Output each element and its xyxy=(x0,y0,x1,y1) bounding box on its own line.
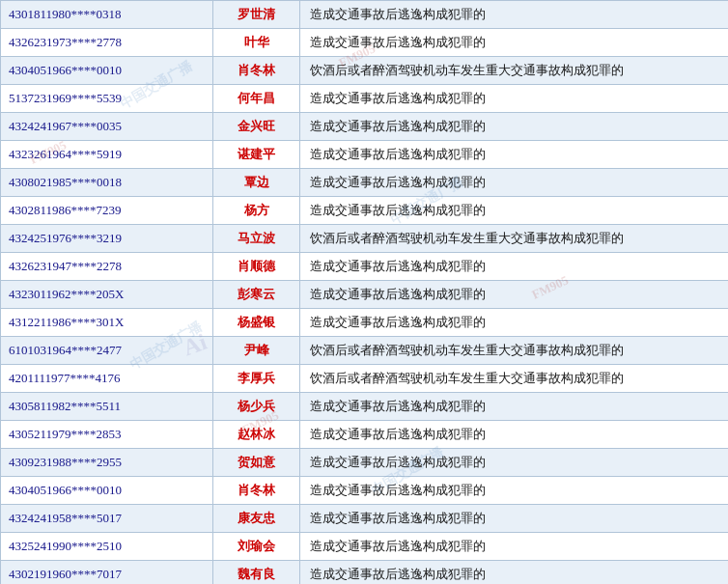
name-cell: 贺如意 xyxy=(213,449,300,477)
table-row: 4324241967****0035金兴旺造成交通事故后逃逸构成犯罪的 xyxy=(1,113,729,141)
reason-cell: 造成交通事故后逃逸构成犯罪的 xyxy=(300,197,729,225)
name-cell: 尹峰 xyxy=(213,337,300,365)
reason-cell: 造成交通事故后逃逸构成犯罪的 xyxy=(300,29,729,57)
id-cell: 4304051966****0010 xyxy=(1,477,213,505)
table-row: 4323261964****5919谌建平造成交通事故后逃逸构成犯罪的 xyxy=(1,141,729,169)
table-container: 4301811980****0318罗世清造成交通事故后逃逸构成犯罪的43262… xyxy=(0,0,728,584)
name-cell: 覃边 xyxy=(213,169,300,197)
name-cell: 彭寒云 xyxy=(213,281,300,309)
name-cell: 康友忠 xyxy=(213,505,300,533)
id-cell: 6101031964****2477 xyxy=(1,337,213,365)
name-cell: 叶华 xyxy=(213,29,300,57)
table-row: 4302811986****7239杨方造成交通事故后逃逸构成犯罪的 xyxy=(1,197,729,225)
table-row: 4326231947****2278肖顺德造成交通事故后逃逸构成犯罪的 xyxy=(1,253,729,281)
name-cell: 魏有良 xyxy=(213,561,300,585)
id-cell: 4323011962****205X xyxy=(1,281,213,309)
id-cell: 4302811986****7239 xyxy=(1,197,213,225)
reason-cell: 造成交通事故后逃逸构成犯罪的 xyxy=(300,393,729,421)
id-cell: 4312211986****301X xyxy=(1,309,213,337)
id-cell: 4305211979****2853 xyxy=(1,421,213,449)
id-cell: 4304051966****0010 xyxy=(1,57,213,85)
id-cell: 4324241958****5017 xyxy=(1,505,213,533)
table-row: 4201111977****4176李厚兵饮酒后或者醉酒驾驶机动车发生重大交通事… xyxy=(1,365,729,393)
id-cell: 4326231973****2778 xyxy=(1,29,213,57)
table-row: 4305211979****2853赵林冰造成交通事故后逃逸构成犯罪的 xyxy=(1,421,729,449)
id-cell: 5137231969****5539 xyxy=(1,85,213,113)
table-row: 4304051966****0010肖冬林饮酒后或者醉酒驾驶机动车发生重大交通事… xyxy=(1,57,729,85)
reason-cell: 造成交通事故后逃逸构成犯罪的 xyxy=(300,309,729,337)
reason-cell: 饮酒后或者醉酒驾驶机动车发生重大交通事故构成犯罪的 xyxy=(300,225,729,253)
table-row: 6101031964****2477尹峰饮酒后或者醉酒驾驶机动车发生重大交通事故… xyxy=(1,337,729,365)
id-cell: 4308021985****0018 xyxy=(1,169,213,197)
reason-cell: 造成交通事故后逃逸构成犯罪的 xyxy=(300,421,729,449)
table-row: 4309231988****2955贺如意造成交通事故后逃逸构成犯罪的 xyxy=(1,449,729,477)
reason-cell: 造成交通事故后逃逸构成犯罪的 xyxy=(300,141,729,169)
table-row: 4304051966****0010肖冬林造成交通事故后逃逸构成犯罪的 xyxy=(1,477,729,505)
table-row: 4324251976****3219马立波饮酒后或者醉酒驾驶机动车发生重大交通事… xyxy=(1,225,729,253)
name-cell: 谌建平 xyxy=(213,141,300,169)
table-row: 4324241958****5017康友忠造成交通事故后逃逸构成犯罪的 xyxy=(1,505,729,533)
id-cell: 4324251976****3219 xyxy=(1,225,213,253)
id-cell: 4305811982****5511 xyxy=(1,393,213,421)
id-cell: 4302191960****7017 xyxy=(1,561,213,585)
id-cell: 4301811980****0318 xyxy=(1,1,213,29)
reason-cell: 造成交通事故后逃逸构成犯罪的 xyxy=(300,169,729,197)
table-row: 4312211986****301X杨盛银造成交通事故后逃逸构成犯罪的 xyxy=(1,309,729,337)
reason-cell: 饮酒后或者醉酒驾驶机动车发生重大交通事故构成犯罪的 xyxy=(300,365,729,393)
reason-cell: 饮酒后或者醉酒驾驶机动车发生重大交通事故构成犯罪的 xyxy=(300,337,729,365)
table-row: 4308021985****0018覃边造成交通事故后逃逸构成犯罪的 xyxy=(1,169,729,197)
name-cell: 罗世清 xyxy=(213,1,300,29)
name-cell: 肖顺德 xyxy=(213,253,300,281)
name-cell: 肖冬林 xyxy=(213,57,300,85)
table-row: 4326231973****2778叶华造成交通事故后逃逸构成犯罪的 xyxy=(1,29,729,57)
reason-cell: 造成交通事故后逃逸构成犯罪的 xyxy=(300,253,729,281)
id-cell: 4323261964****5919 xyxy=(1,141,213,169)
reason-cell: 造成交通事故后逃逸构成犯罪的 xyxy=(300,1,729,29)
name-cell: 肖冬林 xyxy=(213,477,300,505)
id-cell: 4325241990****2510 xyxy=(1,533,213,561)
reason-cell: 造成交通事故后逃逸构成犯罪的 xyxy=(300,533,729,561)
id-cell: 4201111977****4176 xyxy=(1,365,213,393)
table-row: 4302191960****7017魏有良造成交通事故后逃逸构成犯罪的 xyxy=(1,561,729,585)
name-cell: 李厚兵 xyxy=(213,365,300,393)
reason-cell: 造成交通事故后逃逸构成犯罪的 xyxy=(300,561,729,585)
reason-cell: 造成交通事故后逃逸构成犯罪的 xyxy=(300,113,729,141)
name-cell: 刘瑜会 xyxy=(213,533,300,561)
reason-cell: 造成交通事故后逃逸构成犯罪的 xyxy=(300,281,729,309)
reason-cell: 造成交通事故后逃逸构成犯罪的 xyxy=(300,85,729,113)
name-cell: 杨少兵 xyxy=(213,393,300,421)
table-row: 5137231969****5539何年昌造成交通事故后逃逸构成犯罪的 xyxy=(1,85,729,113)
data-table: 4301811980****0318罗世清造成交通事故后逃逸构成犯罪的43262… xyxy=(0,0,728,584)
id-cell: 4326231947****2278 xyxy=(1,253,213,281)
table-row: 4305811982****5511杨少兵造成交通事故后逃逸构成犯罪的 xyxy=(1,393,729,421)
name-cell: 马立波 xyxy=(213,225,300,253)
reason-cell: 饮酒后或者醉酒驾驶机动车发生重大交通事故构成犯罪的 xyxy=(300,57,729,85)
table-row: 4301811980****0318罗世清造成交通事故后逃逸构成犯罪的 xyxy=(1,1,729,29)
reason-cell: 造成交通事故后逃逸构成犯罪的 xyxy=(300,477,729,505)
id-cell: 4309231988****2955 xyxy=(1,449,213,477)
reason-cell: 造成交通事故后逃逸构成犯罪的 xyxy=(300,505,729,533)
name-cell: 何年昌 xyxy=(213,85,300,113)
table-row: 4325241990****2510刘瑜会造成交通事故后逃逸构成犯罪的 xyxy=(1,533,729,561)
table-row: 4323011962****205X彭寒云造成交通事故后逃逸构成犯罪的 xyxy=(1,281,729,309)
reason-cell: 造成交通事故后逃逸构成犯罪的 xyxy=(300,449,729,477)
name-cell: 金兴旺 xyxy=(213,113,300,141)
name-cell: 赵林冰 xyxy=(213,421,300,449)
name-cell: 杨方 xyxy=(213,197,300,225)
id-cell: 4324241967****0035 xyxy=(1,113,213,141)
name-cell: 杨盛银 xyxy=(213,309,300,337)
